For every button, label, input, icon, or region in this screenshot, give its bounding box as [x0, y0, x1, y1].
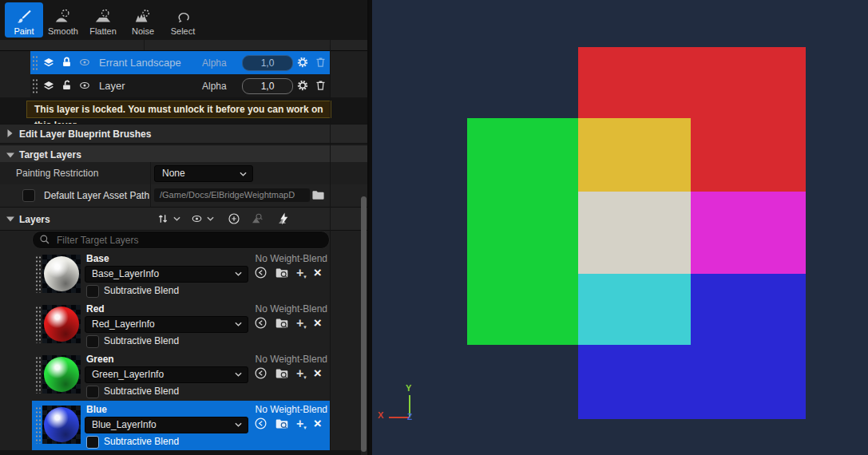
drag-handle[interactable] — [32, 78, 38, 93]
y-axis-label: Y — [406, 383, 411, 393]
subtractive-blend-checkbox[interactable] — [86, 386, 99, 398]
section-layers[interactable]: Layers — [0, 207, 369, 231]
red-region-right — [691, 118, 806, 192]
sphere-preview — [44, 256, 79, 291]
delete-layer-trash-icon[interactable] — [315, 79, 327, 92]
section-title: Target Layers — [19, 149, 81, 160]
tool-label: Paint — [14, 26, 34, 36]
z-axis-label: Z — [407, 413, 412, 421]
subtractive-blend-checkbox[interactable] — [86, 436, 99, 449]
layer-visibility-eye-icon[interactable] — [190, 213, 204, 224]
use-selected-asset-icon[interactable] — [254, 316, 268, 330]
layer-info-actions: +▾ × — [254, 417, 322, 430]
browse-to-asset-icon[interactable] — [275, 267, 289, 279]
3d-viewport[interactable]: Y X Z — [372, 0, 868, 455]
use-selected-asset-icon[interactable] — [254, 366, 268, 380]
paint-tools-toolbar: Paint Smooth Flatten Noise — [0, 0, 369, 41]
painting-restriction-select[interactable]: None — [154, 165, 253, 182]
clear-asset-icon[interactable]: × — [314, 316, 322, 330]
browse-to-asset-icon[interactable] — [275, 367, 289, 380]
target-layer-item-base[interactable]: Base No Weight-Blend Base_LayerInfo +▾ ×… — [0, 249, 369, 299]
drag-handle[interactable] — [35, 255, 41, 293]
tool-flatten[interactable]: Flatten — [84, 2, 122, 38]
target-layer-item-red[interactable]: Red No Weight-Blend Red_LayerInfo +▾ × S… — [0, 299, 369, 350]
browse-to-asset-icon[interactable] — [275, 417, 289, 430]
sort-layers-icon[interactable] — [157, 212, 169, 225]
chevron-down-icon[interactable] — [207, 216, 214, 221]
column-divider — [330, 46, 331, 455]
drag-handle[interactable] — [35, 406, 41, 444]
layer-thumbnail[interactable] — [42, 305, 81, 343]
layer-info-select[interactable]: Green_LayerInfo — [85, 366, 248, 383]
lock-icon[interactable] — [61, 56, 73, 69]
subtractive-blend-label: Subtractive Blend — [104, 436, 179, 447]
layer-thumbnail[interactable] — [42, 406, 81, 444]
clear-asset-icon[interactable]: × — [314, 417, 322, 430]
layer-name: Layer — [99, 80, 125, 92]
layer-settings-gear-icon[interactable] — [296, 79, 309, 92]
alpha-value-field[interactable]: 1,0 — [242, 55, 293, 71]
warning-row: This layer is locked. You must unlock it… — [0, 97, 369, 124]
default-layer-asset-path-row: Default Layer Asset Path /Game/Docs/ElBr… — [0, 184, 369, 207]
browse-to-asset-icon[interactable] — [275, 317, 289, 330]
panel-scrollbar[interactable] — [361, 196, 367, 452]
create-new-asset-icon[interactable]: +▾ — [296, 267, 307, 279]
create-new-asset-icon[interactable]: +▾ — [296, 317, 307, 330]
rebuild-layers-bolt-icon[interactable] — [276, 212, 291, 226]
painting-restriction-row: Painting Restriction None — [0, 162, 369, 184]
layer-info-select[interactable]: Red_LayerInfo — [85, 316, 248, 333]
selected-option: None — [162, 166, 185, 181]
alpha-value-field[interactable]: 1,0 — [242, 78, 293, 94]
noise-icon — [134, 7, 152, 26]
tool-select[interactable]: Select — [164, 2, 202, 38]
green-region — [467, 118, 578, 345]
tool-noise[interactable]: Noise — [124, 2, 162, 38]
drag-handle[interactable] — [32, 55, 38, 70]
section-edit-layer-blueprint-brushes[interactable]: Edit Layer Blueprint Brushes — [0, 124, 369, 144]
layer-settings-gear-icon[interactable] — [296, 56, 309, 69]
layer-thumbnail[interactable] — [42, 255, 81, 293]
clear-asset-icon[interactable]: × — [314, 266, 322, 279]
target-layer-item-blue[interactable]: Blue No Weight-Blend Blue_LayerInfo +▾ ×… — [0, 400, 369, 450]
folder-browse-icon[interactable] — [311, 189, 325, 201]
chevron-down-icon — [6, 216, 14, 223]
unlock-icon[interactable] — [61, 79, 73, 92]
use-selected-asset-icon[interactable] — [254, 266, 268, 279]
tool-smooth[interactable]: Smooth — [44, 2, 82, 38]
create-layers-from-material-icon[interactable] — [250, 212, 264, 225]
drag-handle[interactable] — [35, 306, 41, 343]
clear-asset-icon[interactable]: × — [314, 366, 322, 380]
layer-info-actions: +▾ × — [254, 266, 322, 279]
alpha-label: Alpha — [202, 81, 227, 92]
subtractive-blend-checkbox[interactable] — [86, 335, 99, 348]
default-path-field[interactable]: /Game/Docs/ElBridgeWeightmapD — [154, 188, 310, 202]
layer-thumbnail[interactable] — [42, 355, 81, 394]
add-layer-plus-circle-icon[interactable] — [228, 212, 240, 225]
chevron-down-icon — [235, 372, 242, 377]
visibility-eye-icon[interactable] — [78, 57, 91, 68]
edit-layer-row-errant-landscape[interactable]: Errant Landscape Alpha 1,0 — [30, 51, 330, 74]
tool-paint[interactable]: Paint — [5, 2, 43, 38]
chevron-down-icon[interactable] — [173, 216, 180, 221]
visibility-eye-icon[interactable] — [78, 80, 91, 91]
weight-blend-status: No Weight-Blend — [256, 253, 328, 264]
section-target-layers[interactable]: Target Layers — [0, 144, 369, 164]
filter-target-layers-input[interactable] — [55, 232, 322, 247]
filter-target-layers-box[interactable] — [32, 231, 330, 249]
edit-layer-row-layer[interactable]: Layer Alpha 1,0 — [30, 74, 330, 98]
target-layer-item-green[interactable]: Green No Weight-Blend Green_LayerInfo +▾… — [0, 350, 369, 400]
use-selected-asset-icon[interactable] — [254, 417, 268, 430]
magenta-overlap-region — [691, 192, 806, 274]
create-new-asset-icon[interactable]: +▾ — [296, 417, 307, 430]
weight-blend-status: No Weight-Blend — [256, 354, 328, 365]
drag-handle[interactable] — [35, 356, 41, 394]
subtractive-blend-label: Subtractive Blend — [104, 285, 179, 296]
paint-brush-icon — [15, 7, 33, 26]
layer-info-select[interactable]: Blue_LayerInfo — [85, 417, 248, 433]
layer-info-select[interactable]: Base_LayerInfo — [85, 266, 248, 283]
create-new-asset-icon[interactable]: +▾ — [296, 367, 307, 380]
subtractive-blend-checkbox[interactable] — [86, 285, 99, 298]
default-path-checkbox[interactable] — [22, 189, 35, 202]
chevron-down-icon — [235, 422, 242, 427]
delete-layer-trash-icon[interactable] — [315, 56, 327, 69]
